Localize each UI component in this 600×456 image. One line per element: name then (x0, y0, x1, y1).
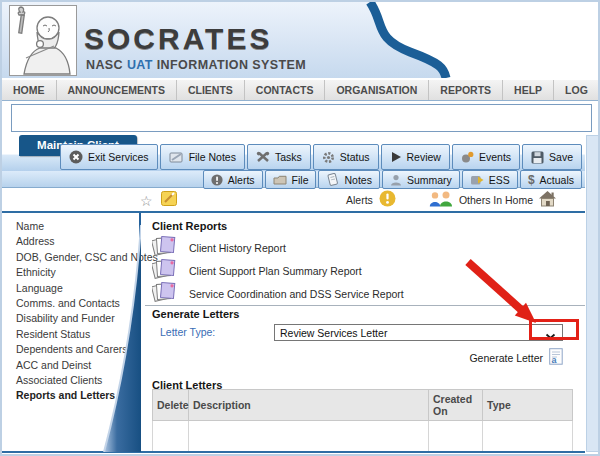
status-button[interactable]: Status (313, 144, 379, 170)
column-header-type: Type (483, 390, 573, 421)
notes-button-label: Notes (344, 174, 371, 186)
sidebar-swoosh-graphic (98, 213, 141, 452)
notes-button[interactable]: Notes (318, 170, 379, 189)
exit-services-button[interactable]: Exit Services (60, 144, 158, 170)
toolbar-secondary: Alerts File Notes Summary ESS $ Actuals (203, 170, 582, 189)
events-icon (461, 151, 474, 163)
file-button[interactable]: File (265, 170, 317, 189)
alerts-button[interactable]: Alerts (203, 170, 263, 189)
nav-item-reports[interactable]: REPORTS (429, 80, 503, 100)
summary-button[interactable]: Summary (382, 170, 460, 189)
letter-type-selected-value: Review Services Letter (280, 327, 387, 339)
client-history-report-label: Client History Report (189, 242, 286, 254)
nav-item-clients[interactable]: CLIENTS (177, 80, 245, 100)
alert-warning-icon[interactable] (379, 190, 396, 209)
main-navigation: HOME ANNOUNCEMENTS CLIENTS CONTACTS ORGA… (2, 80, 598, 101)
ess-button-label: ESS (489, 174, 510, 186)
nav-item-home[interactable]: HOME (2, 80, 57, 100)
status-label: Status (340, 151, 370, 163)
support-plan-summary-report-label: Client Support Plan Summary Report (189, 265, 362, 277)
person-icon (390, 174, 402, 186)
subtitle-nasc: NASC (86, 58, 127, 72)
generate-letter-link[interactable]: Generate Letter a (469, 348, 563, 367)
exit-icon (69, 150, 83, 164)
favourite-star-icon[interactable]: ☆ (140, 194, 153, 208)
table-row (153, 421, 573, 452)
actuals-button[interactable]: $ Actuals (520, 170, 582, 189)
notes-icon (326, 173, 339, 186)
subtitle-rest: INFORMATION SYSTEM (153, 58, 306, 72)
reports-and-letters-panel: Client Reports Client History Report Cli… (145, 213, 585, 452)
highlight-rectangle (529, 319, 579, 340)
others-in-home-label: Others In Home (459, 194, 533, 206)
save-button[interactable]: Save (522, 144, 582, 170)
app-subtitle: NASC UAT INFORMATION SYSTEM (86, 58, 306, 72)
alerts-button-label: Alerts (228, 174, 255, 186)
home-icon[interactable] (538, 190, 557, 209)
events-button[interactable]: Events (452, 144, 520, 170)
ess-icon (470, 174, 484, 186)
section-divider (145, 305, 585, 306)
generate-letter-label: Generate Letter (469, 352, 543, 364)
service-coordination-dss-report-label: Service Coordination and DSS Service Rep… (189, 288, 404, 300)
save-label: Save (549, 151, 573, 163)
generate-letter-icon: a (549, 348, 563, 367)
ess-button[interactable]: ESS (462, 170, 518, 189)
column-header-delete: Delete (153, 390, 189, 421)
gear-icon (322, 151, 335, 164)
client-letters-table: Delete Description Created On Type (152, 389, 573, 452)
report-stack-icon (152, 281, 177, 307)
nav-item-log-off[interactable]: LOG OFF (554, 80, 600, 100)
nav-item-contacts[interactable]: CONTACTS (245, 80, 326, 100)
report-link-service-coordination-dss[interactable]: Service Coordination and DSS Service Rep… (152, 281, 404, 307)
application-window: SOCRATES NASC UAT INFORMATION SYSTEM HOM… (0, 0, 600, 456)
generate-letters-heading: Generate Letters (152, 308, 239, 320)
client-reports-heading: Client Reports (152, 220, 227, 232)
nav-item-help[interactable]: HELP (503, 80, 554, 100)
play-icon (390, 151, 402, 163)
tasks-label: Tasks (275, 151, 302, 163)
file-button-label: File (292, 174, 309, 186)
actuals-button-label: Actuals (540, 174, 574, 186)
exit-services-label: Exit Services (88, 151, 149, 163)
column-header-created-on: Created On (429, 390, 483, 421)
file-notes-button[interactable]: File Notes (160, 144, 245, 170)
nav-item-announcements[interactable]: ANNOUNCEMENTS (57, 80, 177, 100)
review-label: Review (407, 151, 441, 163)
alerts-status-label: Alerts (346, 194, 373, 206)
summary-button-label: Summary (407, 174, 452, 186)
letter-type-label: Letter Type: (160, 326, 215, 338)
file-notes-icon (169, 151, 184, 163)
dollar-icon: $ (528, 173, 535, 187)
quick-access-row: ☆ Alerts Others In Home (2, 188, 585, 213)
socrates-logo (9, 5, 77, 76)
subtitle-uat: UAT (127, 58, 153, 72)
message-banner (11, 104, 592, 132)
save-icon (531, 151, 544, 164)
people-icon (429, 191, 454, 209)
app-header: SOCRATES NASC UAT INFORMATION SYSTEM (2, 2, 598, 78)
letter-type-select[interactable]: Review Services Letter (274, 324, 563, 341)
file-icon (273, 174, 287, 185)
sticky-note-icon[interactable] (161, 191, 177, 210)
review-button[interactable]: Review (381, 144, 450, 170)
alert-circle-icon (211, 174, 223, 186)
toolbar-primary: Exit Services File Notes Tasks Status Re… (60, 144, 582, 170)
app-title: SOCRATES (84, 22, 272, 56)
events-label: Events (479, 151, 511, 163)
tasks-icon (256, 151, 270, 163)
scrollbar-track (586, 135, 599, 452)
nav-item-organisation[interactable]: ORGANISATION (325, 80, 429, 100)
column-header-description: Description (189, 390, 429, 421)
content-bottom-border (2, 451, 585, 453)
tasks-button[interactable]: Tasks (247, 144, 311, 170)
file-notes-label: File Notes (189, 151, 236, 163)
